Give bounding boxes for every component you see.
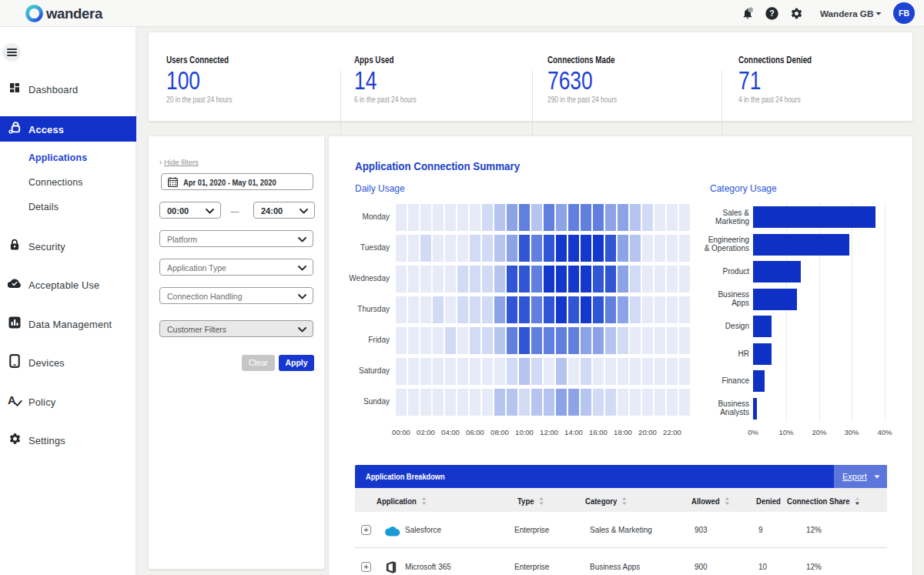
svg-text:A: A xyxy=(8,394,16,406)
svg-text:?: ? xyxy=(769,8,774,18)
